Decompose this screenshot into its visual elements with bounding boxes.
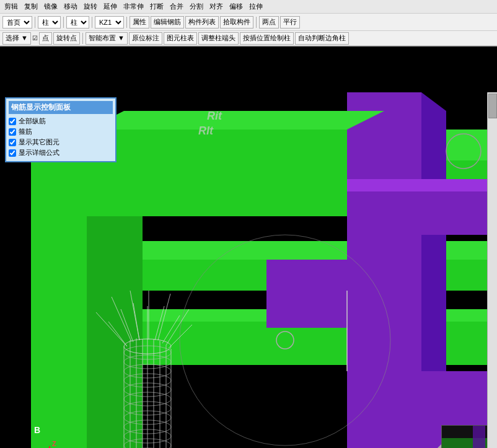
toolbar-area: 剪辑 复制 镜像 移动 旋转 延伸 非常伸 打断 合并 分割 对齐 偏移 拉伸 … [0, 0, 497, 46]
checkbox-formula-label: 显示详细公式 [19, 148, 59, 157]
sep3 [92, 17, 92, 28]
two-point-btn[interactable]: 两点 [259, 16, 279, 29]
svg-marker-18 [347, 179, 497, 191]
point-btn[interactable]: 点 [39, 32, 52, 45]
type-select2[interactable]: 柱 [66, 16, 89, 29]
toolbar-rotate[interactable]: 旋转 [82, 1, 99, 12]
adjust-end-btn[interactable]: 调整柱端头 [198, 32, 239, 45]
svg-marker-13 [87, 130, 347, 216]
toolbar-move[interactable]: 移动 [62, 1, 79, 12]
toolbar-nonextend[interactable]: 非常伸 [121, 1, 146, 12]
vertical-scrollbar[interactable] [487, 92, 497, 448]
toolbar-row1: 剪辑 复制 镜像 移动 旋转 延伸 非常伸 打断 合并 分割 对齐 偏移 拉伸 [0, 0, 497, 14]
floor-select[interactable]: 首页 [2, 16, 32, 29]
checkbox-all-rebar-label: 全部纵筋 [19, 116, 46, 126]
svg-marker-14 [87, 111, 384, 130]
element-table-btn[interactable]: 图元柱表 [164, 32, 197, 45]
toolbar-stretch[interactable]: 拉伸 [247, 1, 265, 12]
toolbar-clip[interactable]: 剪辑 [2, 1, 20, 12]
svg-text:Rit: Rit [207, 110, 222, 122]
svg-marker-19 [266, 260, 347, 328]
checkbox-other-elements[interactable]: 显示其它图元 [9, 138, 113, 147]
toolbar-mirror[interactable]: 镜像 [42, 1, 59, 12]
toolbar-row3: 选择 ▼ ☑ 点 旋转点 智能布置 ▼ 原位标注 图元柱表 调整柱端头 按插位置… [0, 31, 497, 46]
toolbar-break[interactable]: 打断 [148, 1, 165, 12]
toolbar-split[interactable]: 分割 [188, 1, 205, 12]
svg-text:Z: Z [52, 440, 56, 447]
select-btn[interactable]: 选择 ▼ [2, 32, 31, 45]
property-btn[interactable]: 属性 [130, 16, 149, 29]
pick-component-btn[interactable]: 拾取构件 [220, 16, 253, 29]
component-list-btn[interactable]: 构件列表 [185, 16, 219, 29]
checkbox-all-rebar-input[interactable] [9, 118, 16, 125]
sep2 [63, 17, 64, 28]
toolbar-row2: 首页 柱 柱 KZ1 属性 编辑钢筋 构件列表 拾取构件 两点 平行 [0, 14, 497, 31]
rotate-point-btn[interactable]: 旋转点 [53, 32, 80, 45]
sep5 [256, 17, 257, 28]
toolbar-offset[interactable]: 偏移 [227, 1, 245, 12]
parallel-btn[interactable]: 平行 [280, 16, 300, 29]
auto-corner-btn[interactable]: 自动判断边角柱 [295, 32, 349, 45]
sep1 [35, 17, 35, 28]
svg-marker-76 [473, 426, 485, 448]
svg-marker-17 [347, 191, 497, 235]
place-draw-btn[interactable]: 按插位置绘制柱 [240, 32, 294, 45]
viewport: Rit RIt B Z X Y 钢筋显示控制面板 全部纵筋 箍筋 [0, 92, 497, 448]
sep6 [82, 33, 83, 44]
svg-marker-9 [31, 160, 87, 448]
toolbar-copy[interactable]: 复制 [22, 1, 40, 12]
checkbox-other-input[interactable] [9, 139, 16, 146]
svg-text:B: B [34, 425, 40, 435]
type-select1[interactable]: 柱 [38, 16, 61, 29]
checkbox-other-label: 显示其它图元 [19, 138, 59, 147]
checkbox-formula-input[interactable] [9, 149, 16, 157]
edit-rebar-btn[interactable]: 编辑钢筋 [151, 16, 184, 29]
code-select[interactable]: KZ1 [95, 16, 124, 29]
checkbox-stirrup[interactable]: 箍筋 [9, 127, 113, 136]
toolbar-extend[interactable]: 延伸 [102, 1, 119, 12]
checkbox-stirrup-label: 箍筋 [19, 127, 32, 136]
checkbox-all-rebar[interactable]: 全部纵筋 [9, 116, 113, 126]
inplace-mark-btn[interactable]: 原位标注 [129, 32, 162, 45]
control-panel-title: 钢筋显示控制面板 [9, 101, 113, 114]
sep4 [126, 17, 127, 28]
checkbox-detail-formula[interactable]: 显示详细公式 [9, 148, 113, 157]
svg-text:RIt: RIt [198, 125, 214, 137]
checkbox-stirrup-input[interactable] [9, 128, 16, 136]
toolbar-merge[interactable]: 合并 [168, 1, 185, 12]
toolbar-align[interactable]: 对齐 [208, 1, 225, 12]
smart-layout-btn[interactable]: 智能布置 ▼ [86, 32, 128, 45]
control-panel: 钢筋显示控制面板 全部纵筋 箍筋 显示其它图元 显示详细公式 [5, 97, 117, 162]
